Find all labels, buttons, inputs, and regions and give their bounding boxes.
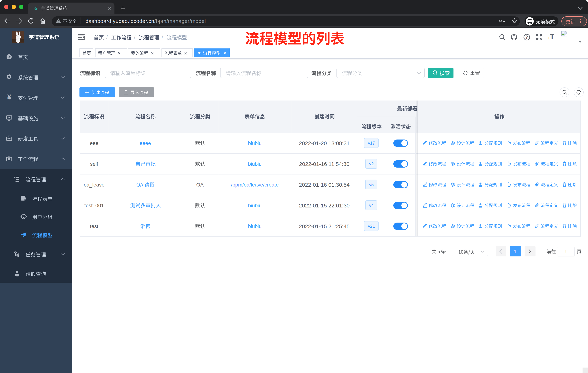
svg-text:?: ? — [525, 35, 528, 40]
svg-text:T: T — [548, 36, 550, 40]
svg-text:T: T — [550, 34, 554, 40]
